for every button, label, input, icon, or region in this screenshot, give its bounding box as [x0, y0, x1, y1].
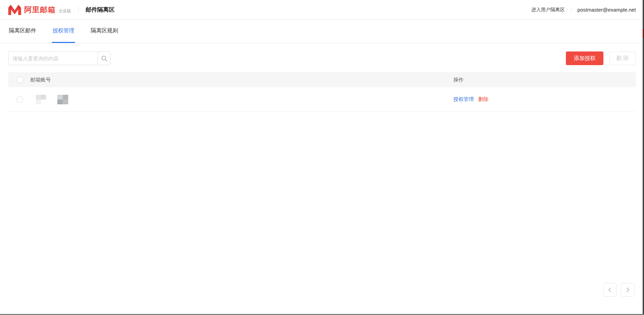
- authorization-table: 邮箱账号 操作 授权管理: [8, 72, 636, 112]
- row-action-authorization-management[interactable]: 授权管理: [453, 96, 474, 103]
- row-checkbox[interactable]: [17, 96, 23, 103]
- toolbar-actions: 添加授权 删 除: [566, 51, 636, 65]
- search-button[interactable]: [98, 52, 110, 65]
- chevron-left-icon: [607, 287, 613, 292]
- header-select-cell: [8, 77, 23, 83]
- header-actions-cell: 操作: [453, 77, 636, 83]
- row-action-delete[interactable]: 删除: [478, 96, 488, 103]
- brand-edition-label: 企业版: [59, 8, 71, 14]
- brand-name: 阿里邮箱: [24, 5, 56, 15]
- search-input[interactable]: [9, 52, 98, 65]
- redacted-account-value: [36, 95, 68, 104]
- select-all-checkbox[interactable]: [17, 77, 23, 83]
- app-header: 阿里邮箱 企业版 邮件隔离区 进入用户隔离区 postmaster@exampl…: [0, 0, 644, 20]
- row-select-cell: [8, 96, 23, 103]
- mail-quarantine-page: 阿里邮箱 企业版 邮件隔离区 进入用户隔离区 postmaster@exampl…: [0, 0, 644, 315]
- redacted-block: [57, 95, 68, 104]
- header-right: 进入用户隔离区 postmaster@example.net: [531, 7, 636, 13]
- brand: 阿里邮箱 企业版: [8, 5, 71, 15]
- column-header-account: 邮箱账号: [30, 77, 51, 83]
- tab-quarantine-rules[interactable]: 隔离区规则: [90, 20, 119, 43]
- header-account-cell: 邮箱账号: [23, 77, 453, 83]
- enter-user-quarantine-link[interactable]: 进入用户隔离区: [531, 7, 565, 13]
- row-account-cell: [23, 95, 453, 104]
- tab-authorization-management[interactable]: 授权管理: [52, 20, 75, 43]
- table-header-row: 邮箱账号 操作: [8, 72, 636, 87]
- header-right-divider: [571, 7, 571, 13]
- column-header-actions: 操作: [453, 77, 464, 83]
- page-title: 邮件隔离区: [86, 6, 115, 14]
- header-divider: [78, 6, 78, 14]
- search-icon: [101, 55, 107, 62]
- account-email: postmaster@example.net: [577, 7, 636, 13]
- prev-page-button[interactable]: [603, 283, 617, 297]
- next-page-button[interactable]: [621, 283, 634, 297]
- tabbar: 隔离区邮件 授权管理 隔离区规则: [0, 20, 644, 43]
- delete-button[interactable]: 删 除: [609, 51, 636, 65]
- redacted-block: [36, 95, 46, 104]
- alimail-logo-icon: [8, 5, 21, 15]
- toolbar: 添加授权 删 除: [8, 51, 636, 65]
- window-right-edge-red-segment: [643, 29, 644, 38]
- table-row: 授权管理 删除: [8, 87, 636, 112]
- pagination: [603, 283, 634, 297]
- search-box: [8, 51, 111, 65]
- window-right-edge: [643, 0, 644, 315]
- tab-quarantine-mail[interactable]: 隔离区邮件: [8, 20, 37, 43]
- add-authorization-button[interactable]: 添加授权: [566, 51, 603, 65]
- chevron-right-icon: [625, 287, 630, 292]
- row-actions-cell: 授权管理 删除: [453, 96, 636, 103]
